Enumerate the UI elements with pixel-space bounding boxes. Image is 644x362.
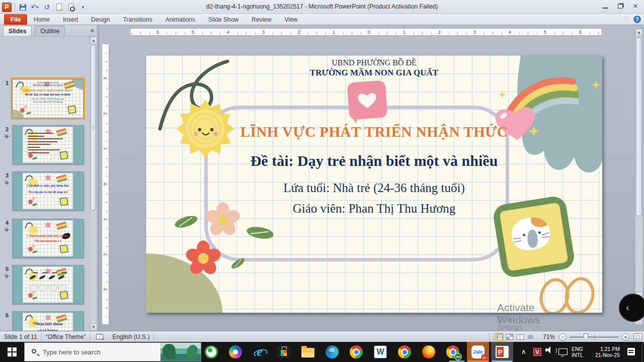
powerpoint-icon: P	[496, 346, 509, 358]
powerpoint-app-button[interactable]: P	[491, 342, 513, 362]
slide-thumbnail-2[interactable]	[12, 125, 84, 164]
tab-outline[interactable]: Outline	[35, 26, 65, 36]
zoom-in-button[interactable]: +	[622, 333, 629, 341]
ribbon-tab-insert[interactable]: Insert	[56, 14, 85, 25]
running-indicator	[492, 360, 512, 362]
tab-slides[interactable]: Slides	[3, 26, 32, 36]
ribbon-tab-view[interactable]: View	[278, 14, 304, 25]
editor-scrollbar[interactable]: ▲ ▼	[635, 28, 643, 325]
ruler-number: 2	[103, 112, 108, 115]
chrome-profile-icon[interactable]: An	[446, 345, 459, 358]
heart-icon[interactable]: ♡	[623, 16, 629, 23]
panel-scrollbar[interactable]: ▲ ▼	[90, 37, 97, 331]
taskbar-search-box[interactable]: Type here to search	[24, 342, 201, 361]
file-explorer-icon[interactable]	[301, 348, 314, 357]
slide-sorter-view-button[interactable]	[505, 333, 514, 341]
slide-canvas[interactable]: UBND PHƯỜNG BỒ ĐỀ TRƯỜNG MẦM NON GIA QUẤ…	[146, 55, 602, 313]
fit-slide-to-window-button[interactable]	[633, 333, 642, 341]
editor-scroll-thumb[interactable]	[636, 37, 642, 216]
slide-age-line[interactable]: Lứa tuổi: Nhà trẻ (24-36 tháng tuổi)	[146, 181, 602, 195]
tray-expand-chevron-icon[interactable]: ∧	[521, 348, 526, 355]
action-center-icon[interactable]	[627, 348, 635, 355]
ruler-number: 1	[103, 147, 108, 150]
ruler-number: 3	[262, 30, 265, 35]
ruler-number: 3	[103, 77, 108, 79]
ribbon-tab-transitions[interactable]: Transitions	[116, 14, 158, 25]
windows-logo-icon	[8, 347, 17, 356]
ribbon-tab-home[interactable]: Home	[27, 14, 56, 25]
network-icon[interactable]	[558, 348, 568, 355]
ribbon-tab-design[interactable]: Design	[85, 14, 116, 25]
zoom-slider-track[interactable]	[570, 336, 619, 338]
slide-thumbnail-1[interactable]: UBND PHƯỜNG BỒ ĐỀTRƯỜNG MẦM NON GIA QUẤT…	[12, 79, 84, 118]
search-placeholder: Type here to search	[43, 348, 101, 356]
close-button[interactable]: ✕	[628, 1, 643, 11]
ribbon-tab-animations[interactable]: Animations	[159, 14, 202, 25]
panel-close-button[interactable]: ✕	[90, 28, 95, 34]
zalo-app-button[interactable]: Zalo 5+	[467, 342, 489, 362]
copilot-icon[interactable]	[229, 345, 242, 358]
restore-button[interactable]	[613, 1, 628, 11]
edge-browser-icon[interactable]	[326, 345, 339, 358]
zoom-slider-thumb[interactable]	[584, 333, 588, 340]
reading-view-button[interactable]	[515, 333, 525, 341]
ruler-number: 0	[368, 30, 370, 35]
theme-name[interactable]: “Office Theme”	[46, 333, 86, 340]
animation-star-icon[interactable]	[4, 274, 10, 279]
show-desktop-button[interactable]	[642, 342, 644, 362]
slide-thumbnail-5[interactable]	[12, 265, 84, 304]
microsoft-store-icon[interactable]	[277, 345, 290, 358]
file-tab[interactable]: File	[4, 14, 27, 25]
zoom-percentage[interactable]: 71%	[540, 333, 555, 340]
panel-scroll-thumb[interactable]	[91, 45, 96, 211]
animation-star-icon[interactable]	[4, 227, 10, 233]
scroll-up-arrow[interactable]: ▲	[635, 29, 642, 36]
coccoc-browser-icon[interactable]	[205, 345, 218, 358]
panel-divider[interactable]	[97, 25, 99, 331]
scroll-down-arrow[interactable]: ▼	[90, 323, 97, 331]
slides-panel: Slides Outline ✕ UBND PHƯỜNG BỒ ĐỀTRƯỜNG…	[0, 25, 99, 331]
ribbon-tab-slide-show[interactable]: Slide Show	[202, 14, 245, 25]
org-line-2[interactable]: TRƯỜNG MẦM NON GIA QUẤT	[146, 68, 602, 78]
help-button[interactable]: ?	[633, 16, 641, 23]
ribbon-tab-review[interactable]: Review	[245, 14, 278, 25]
chrome-icon[interactable]	[350, 345, 363, 358]
clock[interactable]: 1:21 PM 21-Nov-25	[590, 346, 620, 358]
start-button[interactable]	[0, 342, 24, 362]
floating-assistant-button[interactable]: ‹	[619, 294, 644, 322]
ruler-number: 2	[103, 253, 108, 255]
chrome-icon[interactable]	[398, 345, 411, 358]
animation-star-icon[interactable]	[4, 134, 10, 139]
animation-star-icon[interactable]	[4, 180, 10, 186]
ruler-number: 5	[192, 30, 194, 35]
slideshow-view-button[interactable]	[526, 333, 535, 341]
window-controls: ✕	[598, 1, 643, 11]
white-heart-icon	[356, 90, 379, 111]
slide-title[interactable]: LĨNH VỰC PHÁT TRIỂN NHẬN THỨC	[146, 124, 602, 140]
word-icon[interactable]: W	[374, 345, 387, 358]
vertical-ruler: 3210123	[102, 43, 109, 325]
slide-counter[interactable]: Slide 1 of 11	[4, 333, 37, 340]
spellcheck-icon[interactable]	[96, 334, 103, 339]
tray-time: 1:21 PM	[590, 346, 620, 352]
scroll-up-arrow[interactable]: ▲	[90, 37, 97, 44]
search-highlight-image[interactable]	[160, 343, 201, 361]
search-icon	[32, 349, 36, 353]
language-label[interactable]: English (U.S.)	[112, 333, 149, 340]
zalo-notification-badge: 5+	[481, 354, 488, 361]
slide-thumbnail-3[interactable]: 1.Ổn định tổ chức, gây hứng thú:Trò chuy…	[12, 171, 84, 211]
slide-teacher-line[interactable]: Giáo viên: Phan Thị Thu Hương	[146, 202, 602, 216]
firefox-icon[interactable]	[422, 345, 435, 358]
language-indicator[interactable]: ENGINTL	[572, 346, 583, 358]
minimize-button[interactable]	[598, 1, 613, 11]
internet-explorer-icon[interactable]: e	[253, 345, 266, 358]
running-indicator	[449, 360, 464, 362]
panel-tab-row: Slides Outline ✕	[0, 25, 99, 37]
normal-view-button[interactable]	[494, 333, 504, 341]
volume-icon[interactable]	[545, 346, 556, 355]
org-line-1[interactable]: UBND PHƯỜNG BỒ ĐỀ	[146, 58, 602, 67]
vietnamese-ime-icon[interactable]: V	[533, 348, 541, 356]
zoom-out-button[interactable]: −	[559, 333, 567, 341]
slide-subtitle[interactable]: Đề tài: Dạy trẻ nhận biết một và nhiều	[146, 152, 602, 169]
slide-thumbnail-4[interactable]: 2. Phương pháp, hình thức tổ chức:*Ôn tậ…	[12, 219, 84, 258]
